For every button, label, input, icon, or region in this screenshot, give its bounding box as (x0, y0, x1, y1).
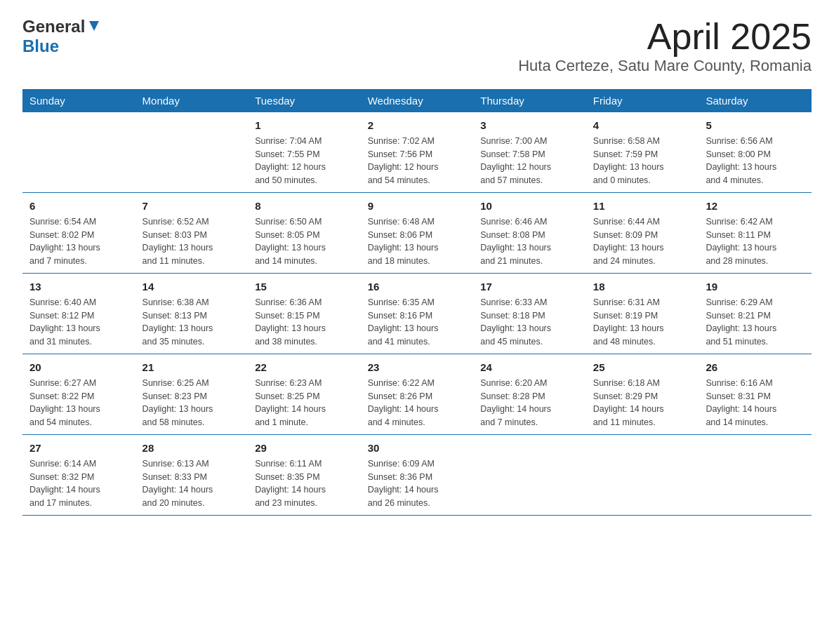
logo-general-text: General (22, 17, 85, 36)
day-number: 8 (255, 199, 354, 213)
day-number: 9 (368, 199, 467, 213)
calendar-cell: 7Sunrise: 6:52 AM Sunset: 8:03 PM Daylig… (135, 193, 249, 274)
day-number: 10 (480, 199, 579, 213)
day-number: 4 (593, 118, 692, 133)
day-info: Sunrise: 6:46 AM Sunset: 8:08 PM Dayligh… (480, 217, 551, 266)
day-info: Sunrise: 6:27 AM Sunset: 8:22 PM Dayligh… (29, 378, 100, 427)
day-number: 28 (143, 441, 241, 455)
calendar-cell: 28Sunrise: 6:13 AM Sunset: 8:33 PM Dayli… (135, 435, 249, 516)
day-info: Sunrise: 6:23 AM Sunset: 8:25 PM Dayligh… (255, 378, 326, 427)
calendar-cell: 22Sunrise: 6:23 AM Sunset: 8:25 PM Dayli… (248, 354, 361, 435)
day-info: Sunrise: 6:09 AM Sunset: 8:36 PM Dayligh… (368, 459, 439, 508)
day-of-week-friday: Friday (586, 89, 699, 112)
calendar-cell: 6Sunrise: 6:54 AM Sunset: 8:02 PM Daylig… (22, 193, 135, 274)
day-number: 30 (368, 441, 467, 455)
page-header: General Blue April 2025 Huta Certeze, Sa… (22, 17, 812, 75)
calendar-cell: 9Sunrise: 6:48 AM Sunset: 8:06 PM Daylig… (361, 193, 474, 274)
calendar-cell: 10Sunrise: 6:46 AM Sunset: 8:08 PM Dayli… (473, 193, 586, 274)
day-number: 23 (368, 360, 467, 375)
calendar-week-row: 13Sunrise: 6:40 AM Sunset: 8:12 PM Dayli… (22, 274, 812, 354)
day-number: 1 (255, 118, 354, 133)
day-info: Sunrise: 6:31 AM Sunset: 8:19 PM Dayligh… (593, 297, 664, 347)
day-info: Sunrise: 6:42 AM Sunset: 8:11 PM Dayligh… (706, 217, 776, 266)
calendar-cell: 25Sunrise: 6:18 AM Sunset: 8:29 PM Dayli… (586, 354, 699, 435)
day-info: Sunrise: 6:36 AM Sunset: 8:15 PM Dayligh… (255, 297, 326, 347)
day-of-week-wednesday: Wednesday (361, 89, 474, 112)
calendar-cell: 26Sunrise: 6:16 AM Sunset: 8:31 PM Dayli… (699, 354, 812, 435)
calendar-cell (473, 435, 586, 516)
day-number: 17 (480, 279, 579, 294)
day-number: 5 (706, 118, 805, 133)
calendar-cell: 3Sunrise: 7:00 AM Sunset: 7:58 PM Daylig… (473, 112, 586, 193)
calendar-week-row: 20Sunrise: 6:27 AM Sunset: 8:22 PM Dayli… (22, 354, 812, 435)
day-number: 13 (29, 279, 128, 294)
day-info: Sunrise: 6:38 AM Sunset: 8:13 PM Dayligh… (143, 297, 213, 347)
calendar-cell: 5Sunrise: 6:56 AM Sunset: 8:00 PM Daylig… (699, 112, 812, 193)
calendar-cell: 30Sunrise: 6:09 AM Sunset: 8:36 PM Dayli… (361, 435, 474, 516)
calendar-week-row: 27Sunrise: 6:14 AM Sunset: 8:32 PM Dayli… (22, 435, 812, 516)
logo-blue-text: Blue (22, 36, 59, 55)
day-number: 21 (143, 360, 241, 375)
day-number: 2 (368, 118, 467, 133)
calendar-cell: 13Sunrise: 6:40 AM Sunset: 8:12 PM Dayli… (22, 274, 135, 354)
day-number: 3 (480, 118, 579, 133)
day-number: 15 (255, 279, 354, 294)
day-number: 7 (143, 199, 241, 213)
day-number: 27 (29, 441, 128, 455)
day-number: 22 (255, 360, 354, 375)
calendar-cell: 8Sunrise: 6:50 AM Sunset: 8:05 PM Daylig… (248, 193, 361, 274)
day-of-week-sunday: Sunday (22, 89, 135, 112)
calendar-cell (22, 112, 135, 193)
day-number: 19 (706, 279, 805, 294)
calendar-cell: 29Sunrise: 6:11 AM Sunset: 8:35 PM Dayli… (248, 435, 361, 516)
day-of-week-tuesday: Tuesday (248, 89, 361, 112)
day-info: Sunrise: 6:33 AM Sunset: 8:18 PM Dayligh… (480, 297, 551, 347)
day-info: Sunrise: 6:58 AM Sunset: 7:59 PM Dayligh… (593, 136, 664, 185)
day-number: 11 (593, 199, 692, 213)
calendar-cell: 14Sunrise: 6:38 AM Sunset: 8:13 PM Dayli… (135, 274, 249, 354)
page-title: April 2025 (518, 17, 812, 57)
day-info: Sunrise: 7:00 AM Sunset: 7:58 PM Dayligh… (480, 136, 551, 185)
day-info: Sunrise: 6:48 AM Sunset: 8:06 PM Dayligh… (368, 217, 439, 266)
calendar-cell: 23Sunrise: 6:22 AM Sunset: 8:26 PM Dayli… (361, 354, 474, 435)
title-block: April 2025 Huta Certeze, Satu Mare Count… (518, 17, 812, 75)
day-info: Sunrise: 6:54 AM Sunset: 8:02 PM Dayligh… (29, 217, 100, 266)
svg-marker-0 (89, 21, 99, 31)
calendar-week-row: 6Sunrise: 6:54 AM Sunset: 8:02 PM Daylig… (22, 193, 812, 274)
calendar-cell: 2Sunrise: 7:02 AM Sunset: 7:56 PM Daylig… (361, 112, 474, 193)
calendar-cell (135, 112, 249, 193)
day-number: 20 (29, 360, 128, 375)
day-info: Sunrise: 6:40 AM Sunset: 8:12 PM Dayligh… (29, 297, 100, 347)
day-info: Sunrise: 7:04 AM Sunset: 7:55 PM Dayligh… (255, 136, 326, 185)
day-number: 26 (706, 360, 805, 375)
day-number: 29 (255, 441, 354, 455)
day-info: Sunrise: 6:25 AM Sunset: 8:23 PM Dayligh… (143, 378, 213, 427)
calendar-cell: 12Sunrise: 6:42 AM Sunset: 8:11 PM Dayli… (699, 193, 812, 274)
day-info: Sunrise: 6:29 AM Sunset: 8:21 PM Dayligh… (706, 297, 776, 347)
day-number: 14 (143, 279, 241, 294)
logo: General Blue (22, 17, 102, 56)
calendar-cell: 1Sunrise: 7:04 AM Sunset: 7:55 PM Daylig… (248, 112, 361, 193)
day-info: Sunrise: 6:52 AM Sunset: 8:03 PM Dayligh… (143, 217, 213, 266)
page-subtitle: Huta Certeze, Satu Mare County, Romania (518, 57, 812, 75)
calendar-table: SundayMondayTuesdayWednesdayThursdayFrid… (22, 89, 812, 516)
day-info: Sunrise: 6:50 AM Sunset: 8:05 PM Dayligh… (255, 217, 326, 266)
calendar-cell (586, 435, 699, 516)
day-info: Sunrise: 6:22 AM Sunset: 8:26 PM Dayligh… (368, 378, 439, 427)
day-info: Sunrise: 6:44 AM Sunset: 8:09 PM Dayligh… (593, 217, 664, 266)
day-of-week-thursday: Thursday (473, 89, 586, 112)
day-of-week-monday: Monday (135, 89, 249, 112)
calendar-cell: 11Sunrise: 6:44 AM Sunset: 8:09 PM Dayli… (586, 193, 699, 274)
day-info: Sunrise: 7:02 AM Sunset: 7:56 PM Dayligh… (368, 136, 439, 185)
day-number: 25 (593, 360, 692, 375)
day-info: Sunrise: 6:13 AM Sunset: 8:33 PM Dayligh… (143, 459, 213, 508)
day-info: Sunrise: 6:35 AM Sunset: 8:16 PM Dayligh… (368, 297, 439, 347)
day-number: 16 (368, 279, 467, 294)
day-info: Sunrise: 6:14 AM Sunset: 8:32 PM Dayligh… (29, 459, 100, 508)
calendar-cell (699, 435, 812, 516)
calendar-cell: 16Sunrise: 6:35 AM Sunset: 8:16 PM Dayli… (361, 274, 474, 354)
calendar-cell: 18Sunrise: 6:31 AM Sunset: 8:19 PM Dayli… (586, 274, 699, 354)
day-info: Sunrise: 6:18 AM Sunset: 8:29 PM Dayligh… (593, 378, 664, 427)
day-number: 12 (706, 199, 805, 213)
calendar-cell: 19Sunrise: 6:29 AM Sunset: 8:21 PM Dayli… (699, 274, 812, 354)
